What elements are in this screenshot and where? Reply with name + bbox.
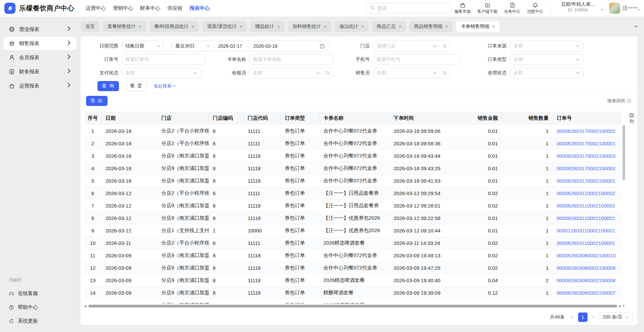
quick-item-bag[interactable]: 服务市场 xyxy=(454,1,471,16)
column-header[interactable]: 卡券名称 xyxy=(319,112,390,125)
column-header[interactable]: 销售数量 xyxy=(502,112,553,125)
report-tab[interactable]: 加料销售统计× xyxy=(288,21,331,32)
tab-close-icon[interactable]: × xyxy=(399,24,401,29)
tab-close-icon[interactable]: × xyxy=(445,24,448,29)
tab-close-icon[interactable]: × xyxy=(277,24,280,29)
search-icon[interactable] xyxy=(443,44,447,48)
order-number-link[interactable]: 000082603080002100007 xyxy=(553,287,621,299)
vertical-scrollbar[interactable]: ▼ xyxy=(622,112,625,304)
top-nav-item[interactable]: 报表中心 xyxy=(190,5,210,11)
sidebar-item[interactable]: 营业报表 xyxy=(3,23,77,36)
search-icon[interactable] xyxy=(443,71,447,75)
order-number-link[interactable]: 000012603110002100001 xyxy=(553,224,621,237)
sidebar-item[interactable]: 会员报表 xyxy=(3,51,77,64)
user-name[interactable]: 汪一一 xyxy=(622,0,638,16)
top-nav-item[interactable]: 营销中心 xyxy=(113,5,133,11)
sidebar-item[interactable]: 销售报表 xyxy=(3,37,77,50)
report-tab[interactable]: 商品销售明细× xyxy=(409,21,453,32)
report-note-link[interactable]: 报表说明 xyxy=(607,96,631,106)
report-tab[interactable]: 退菜/退货统计× xyxy=(202,21,247,32)
org-switcher[interactable]: 总部/年轻人第... ID: 100004 xyxy=(556,1,599,12)
start-date-value[interactable]: 2026-02-17 xyxy=(218,43,242,49)
column-header[interactable]: 下单时间 xyxy=(390,112,448,125)
page-size-select[interactable]: 200 条/页 xyxy=(599,312,633,322)
prev-page-button[interactable] xyxy=(570,315,574,319)
sidebar-item[interactable]: 运营报表 xyxy=(3,79,77,93)
use-status-select[interactable]: 全部 xyxy=(510,68,584,78)
tab-close-icon[interactable]: × xyxy=(324,24,327,29)
quick-item-clipboard-check[interactable]: 任务中心 xyxy=(504,1,520,16)
order-number-link[interactable]: 000062603110002100001 xyxy=(553,237,621,249)
reset-button[interactable]: 重 置 xyxy=(126,81,147,91)
export-button[interactable]: 导 出 xyxy=(86,96,108,106)
report-tab[interactable]: 首页 xyxy=(81,21,99,32)
search-button[interactable]: 查 询 xyxy=(97,81,119,91)
order-number-link[interactable]: 000082603080002100008 xyxy=(553,274,621,287)
date-range-picker[interactable]: 最近30日 2026-02-17 → 2026-03-18 xyxy=(171,41,329,51)
salesperson-select[interactable]: 全部 xyxy=(373,68,451,78)
order-number-link[interactable]: 000082603110002100002 xyxy=(553,199,621,212)
cashier-select[interactable]: 全部 xyxy=(249,68,334,78)
order-number-link[interactable]: 000062603170002100001 xyxy=(553,137,621,150)
column-header[interactable]: 门店代码 xyxy=(244,112,281,125)
collapse-search-link[interactable]: 收起搜索 xyxy=(154,83,176,89)
horizontal-scrollbar[interactable]: ◀ ▶ xyxy=(84,304,621,308)
report-tab[interactable]: 套餐销售统计× xyxy=(103,21,146,32)
pay-status-select[interactable]: 全部 xyxy=(121,68,201,78)
order-source-select[interactable]: 全部 xyxy=(510,41,584,51)
report-tab[interactable]: 卡券销售明细× xyxy=(456,21,499,32)
tab-close-icon[interactable]: × xyxy=(492,24,495,29)
column-settings-button[interactable]: 列 xyxy=(628,113,635,124)
sidebar-footer-item[interactable]: 系统更新 xyxy=(0,314,80,328)
tab-close-icon[interactable]: × xyxy=(139,24,142,29)
date-preset-select[interactable]: 最近30日 xyxy=(172,41,214,51)
phone-input[interactable]: 搜索手机号 xyxy=(373,54,460,65)
tabs-overflow-button[interactable] xyxy=(632,23,639,30)
column-header[interactable]: 订单类型 xyxy=(281,112,319,125)
report-tab[interactable]: 商品汇总× xyxy=(372,21,406,32)
date-range-values[interactable]: 2026-02-17 → 2026-03-18 xyxy=(214,41,328,51)
scroll-left-arrow-icon[interactable]: ◀ xyxy=(84,305,86,308)
order-no-input[interactable]: 搜索订单号 xyxy=(121,54,206,65)
order-type-select[interactable]: 全部 xyxy=(510,54,584,65)
date-type-select[interactable]: 结账日期 xyxy=(121,41,165,51)
column-header[interactable]: 日期 xyxy=(102,112,157,125)
top-nav-item[interactable]: 供应链 xyxy=(167,5,183,11)
page-number-button[interactable]: 1 xyxy=(578,312,588,322)
sidebar-item[interactable]: 财务报表 xyxy=(3,65,77,78)
sidebar-footer-item[interactable]: 帮助中心 xyxy=(0,300,80,314)
quick-item-download-folder[interactable]: 客户端下载 xyxy=(477,1,497,16)
order-number-link[interactable]: 000082603080002100009 xyxy=(553,262,621,274)
order-number-link[interactable]: 000062603170002100002 xyxy=(553,125,621,137)
report-tab[interactable]: 做法统计× xyxy=(335,21,369,32)
order-number-link[interactable]: 000082603170002100003 xyxy=(553,150,621,162)
order-number-link[interactable]: 000082603170002100001 xyxy=(553,175,621,187)
report-tab[interactable]: 赠品统计× xyxy=(250,21,284,32)
column-header[interactable]: 订单号 xyxy=(553,112,621,125)
user-avatar[interactable] xyxy=(609,3,620,14)
order-number-link[interactable]: 000082603080002100010 xyxy=(553,249,621,262)
store-select[interactable]: 选择门店 xyxy=(373,41,451,51)
scroll-right-arrow-icon[interactable]: ▶ xyxy=(619,305,621,308)
order-number-link[interactable]: 000062603110002100002 xyxy=(553,187,621,199)
vertical-scrollbar-thumb[interactable] xyxy=(622,125,625,180)
tab-close-icon[interactable]: × xyxy=(192,24,194,29)
order-number-link[interactable]: 000082603110002100001 xyxy=(553,212,621,224)
tab-close-icon[interactable]: × xyxy=(240,24,242,29)
search-icon[interactable] xyxy=(326,71,330,75)
column-header[interactable]: 门店编码 xyxy=(209,112,244,125)
horizontal-scrollbar-thumb[interactable] xyxy=(88,305,617,307)
quick-item-bell[interactable]: 消息中心 xyxy=(527,1,543,16)
column-header[interactable]: 序号 xyxy=(84,112,102,125)
global-search-input[interactable]: 搜索 xyxy=(366,3,452,13)
brand-logo-icon[interactable] xyxy=(4,3,15,14)
column-header[interactable]: 门店 xyxy=(157,112,209,125)
coupon-name-input[interactable]: 搜索卡券名称 xyxy=(249,54,334,65)
report-tab[interactable]: 餐/时段商品统计× xyxy=(150,21,199,32)
top-nav-item[interactable]: 运营中心 xyxy=(86,5,106,11)
order-number-link[interactable]: 000082603080002100006 xyxy=(553,299,621,304)
sidebar-footer-item[interactable]: 在线客服 xyxy=(0,287,80,300)
column-header[interactable]: 销售金额 xyxy=(448,112,502,125)
next-page-button[interactable] xyxy=(591,315,595,319)
top-nav-item[interactable]: 财务中心 xyxy=(140,5,160,11)
